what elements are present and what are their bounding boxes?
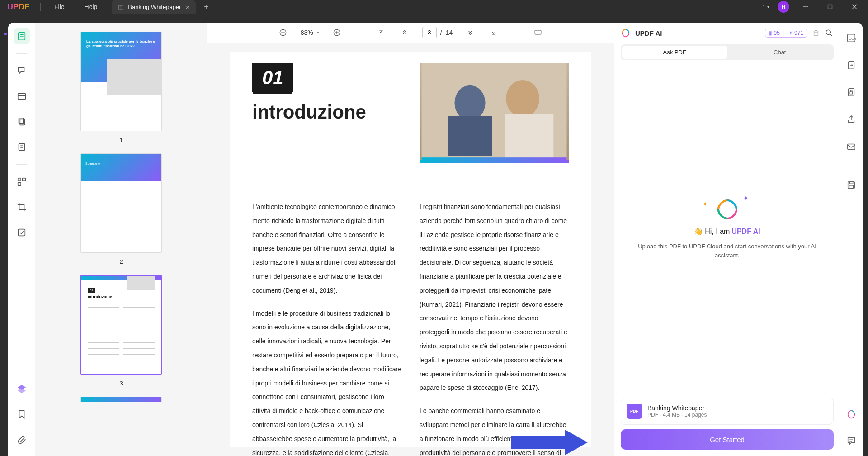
svg-rect-41	[848, 144, 855, 150]
thumbnail-panel: La strategia più cruciale per le banche …	[35, 23, 207, 456]
lock-icon[interactable]	[812, 29, 820, 37]
get-started-button[interactable]: Get Started	[621, 429, 834, 450]
ai-description: Upload this PDF to UPDF Cloud and start …	[637, 242, 818, 260]
section-number: 01	[252, 63, 293, 92]
comment-tool-button[interactable]	[14, 63, 30, 79]
svg-point-29	[506, 80, 539, 117]
thumbnail-page-1[interactable]: La strategia più cruciale per le banche …	[80, 32, 162, 131]
window-maximize-icon[interactable]	[822, 0, 838, 14]
tab-close-icon[interactable]: ×	[185, 3, 189, 11]
svg-rect-43	[849, 182, 853, 184]
ai-credits-badge[interactable]: ▮95 | ✦971	[765, 28, 807, 38]
ai-hero-logo-icon: ✦ ✦	[716, 198, 739, 221]
thumbnail-page-3[interactable]: 01 introduzione	[80, 275, 162, 375]
ai-tab-ask-pdf[interactable]: Ask PDF	[622, 46, 727, 59]
svg-rect-39	[849, 89, 854, 96]
ai-panel: UPDF AI ▮95 | ✦971 Ask PDF Chat ✦ ✦ 👋Hi,…	[614, 23, 840, 456]
zoom-out-button[interactable]	[277, 27, 289, 38]
last-page-button[interactable]	[488, 27, 500, 38]
document-page: 01 introduzione L'ambiente tecnologico c…	[230, 52, 591, 447]
svg-line-35	[830, 34, 832, 36]
svg-rect-9	[19, 118, 24, 124]
ocr-button[interactable]: OCR	[843, 30, 859, 46]
prev-page-button[interactable]	[399, 27, 410, 38]
ai-file-meta: PDF · 4.4 MB · 14 pages	[647, 412, 707, 418]
svg-rect-44	[849, 185, 853, 188]
next-page-button[interactable]	[464, 27, 476, 38]
presentation-button[interactable]	[532, 27, 544, 38]
svg-rect-31	[505, 114, 553, 158]
updf-ai-logo-icon	[621, 28, 631, 38]
titlebar: UPDF File Help ◫ Banking Whitepaper × + …	[0, 0, 868, 14]
right-tool-rail: OCR	[840, 23, 863, 456]
tab-doc-icon: ◫	[118, 4, 123, 10]
left-tool-rail	[8, 23, 35, 456]
window-minimize-icon[interactable]	[797, 0, 814, 14]
thumbnail-page-2[interactable]: Sommario	[80, 153, 162, 253]
email-button[interactable]	[843, 138, 859, 155]
thumbnail-label: 1	[119, 137, 123, 143]
thumbnail-page-4[interactable]	[80, 397, 162, 402]
svg-point-28	[454, 86, 485, 121]
redact-tool-button[interactable]	[14, 224, 30, 241]
add-tab-button[interactable]: +	[204, 2, 208, 11]
attachment-button[interactable]	[14, 432, 30, 448]
svg-rect-10	[20, 119, 24, 125]
svg-rect-40	[850, 92, 853, 94]
zoom-in-button[interactable]	[331, 27, 343, 38]
svg-rect-33	[814, 33, 818, 36]
page-number-input[interactable]	[422, 27, 437, 38]
layers-button[interactable]	[14, 381, 30, 397]
app-logo: UPDF	[0, 2, 37, 12]
window-close-icon[interactable]	[846, 0, 863, 14]
ai-tabs: Ask PDF Chat	[621, 44, 834, 60]
protect-button[interactable]	[843, 84, 859, 100]
svg-point-34	[826, 30, 830, 34]
edit-tool-button[interactable]	[14, 88, 30, 104]
ai-greeting: 👋Hi, I am UPDF AI	[694, 227, 760, 236]
annotation-arrow-icon	[511, 430, 588, 455]
pdf-file-icon: PDF	[627, 404, 642, 419]
menu-help[interactable]: Help	[75, 3, 108, 10]
svg-rect-30	[448, 116, 492, 156]
ai-file-name: Banking Whitepaper	[647, 404, 707, 412]
share-button[interactable]	[843, 111, 859, 128]
thumbnail-label: 2	[119, 258, 123, 265]
menu-file[interactable]: File	[44, 3, 75, 10]
svg-rect-32	[422, 157, 567, 160]
document-toolbar: 83%▾ / 14	[207, 23, 614, 43]
svg-rect-17	[19, 229, 25, 236]
window-count-dropdown[interactable]: 1▾	[762, 4, 769, 10]
page-hero-image	[420, 63, 569, 163]
first-page-button[interactable]	[375, 27, 387, 38]
save-button[interactable]	[843, 177, 859, 193]
svg-text:OCR: OCR	[849, 37, 856, 41]
bookmark-button[interactable]	[14, 406, 30, 423]
reader-tool-button[interactable]	[14, 28, 30, 44]
page-separator: /	[440, 29, 442, 36]
form-tool-button[interactable]	[14, 139, 30, 155]
svg-marker-47	[511, 430, 588, 455]
user-avatar[interactable]: H	[778, 1, 789, 13]
organize-tool-button[interactable]	[14, 174, 30, 190]
ai-tab-chat[interactable]: Chat	[727, 46, 833, 59]
chat-icon[interactable]	[843, 432, 859, 449]
document-tab[interactable]: ◫ Banking Whitepaper ×	[112, 0, 196, 14]
ai-panel-title: UPDF AI	[635, 29, 760, 37]
text-column-left: L'ambiente tecnologico contemporaneo e d…	[252, 200, 401, 456]
convert-button[interactable]	[843, 57, 859, 73]
text-column-right: I registri finanziari sono fondamentali …	[420, 200, 569, 456]
page-tool-button[interactable]	[14, 114, 30, 130]
svg-rect-1	[828, 5, 832, 9]
svg-rect-14	[18, 178, 21, 181]
ai-file-card: PDF Banking Whitepaper PDF · 4.4 MB · 14…	[621, 398, 834, 425]
svg-rect-25	[535, 30, 542, 34]
ai-assistant-icon[interactable]	[843, 406, 859, 423]
tab-label: Banking Whitepaper	[128, 4, 181, 10]
document-viewer: 83%▾ / 14 01 introduzio	[207, 23, 614, 456]
zoom-level-dropdown[interactable]: 83%▾	[301, 29, 319, 36]
svg-rect-7	[18, 94, 26, 100]
svg-rect-11	[19, 144, 25, 151]
crop-tool-button[interactable]	[14, 199, 30, 215]
search-icon[interactable]	[825, 28, 834, 38]
